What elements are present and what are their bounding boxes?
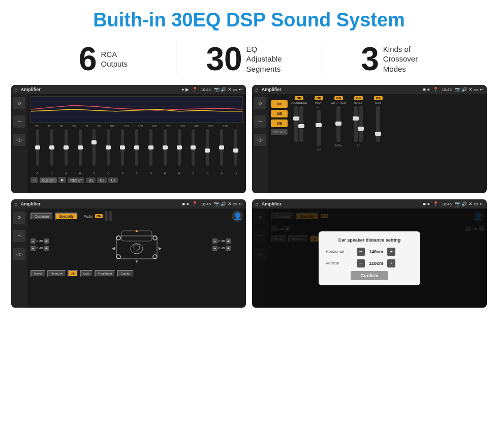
db-minus-tr[interactable]: − — [212, 238, 217, 244]
db-plus-br[interactable]: + — [226, 246, 231, 251]
db-plus-bl[interactable]: + — [44, 246, 49, 251]
db-plus-tl[interactable]: + — [44, 238, 49, 244]
amp-cutfreq-on[interactable]: ON — [334, 96, 343, 100]
amp-loudness-on[interactable]: ON — [295, 96, 303, 100]
stat-number-eq: 30 — [206, 43, 242, 75]
dialog-app-name: Amplifier — [262, 201, 420, 206]
horizontal-plus-btn[interactable]: + — [387, 248, 395, 256]
amp-u3-btn[interactable]: U3 — [271, 120, 288, 127]
amp-cutfreq-slider[interactable] — [336, 106, 340, 142]
stat-rca: 6 RCAOutputs — [30, 43, 176, 75]
cross-tab-common[interactable]: Common — [30, 213, 53, 220]
amp-loudness-slider-2[interactable] — [299, 106, 303, 142]
cross-sidebar-btn-1[interactable]: ⚙ — [13, 212, 25, 224]
eq-slider-15[interactable]: -1 — [234, 129, 237, 175]
amp-bass-on[interactable]: ON — [354, 96, 363, 100]
db-minus-tl[interactable]: − — [30, 238, 36, 244]
vertical-minus-btn[interactable]: − — [357, 259, 365, 267]
amp-sidebar-btn-1[interactable]: ⚙ — [254, 97, 266, 109]
db-val-tl: 0 dB — [37, 240, 43, 243]
svg-point-7 — [134, 244, 140, 250]
amp-loudness-slider-1[interactable] — [294, 106, 298, 142]
amp-phat-val: 3.0 — [317, 148, 321, 151]
db-plus-tr[interactable]: + — [226, 238, 231, 244]
zone-rearright[interactable]: RearRight — [95, 270, 115, 277]
cross-sidebar-btn-2[interactable]: 〜 — [13, 230, 25, 242]
amp-channels: ON LOUDNESS ON PHAT G F — [290, 96, 484, 191]
eq-screen-card: ⌂ Amplifier ● ▶ 📍 10:44 📷 🔊 ✕ ▭ ↩ ⚙ 〜 ◁▷ — [11, 85, 246, 193]
fader-bar-2 — [109, 211, 112, 221]
amp-u2-btn[interactable]: U2 — [271, 110, 288, 117]
eq-slider-6[interactable]: 0 — [107, 129, 110, 175]
amp-phat-slider[interactable] — [317, 110, 321, 146]
eq-play-btn[interactable]: ▶ — [58, 177, 66, 183]
eq-slider-1[interactable]: 0 — [36, 129, 39, 175]
svg-point-6 — [131, 244, 143, 254]
dialog-vertical-stepper: − 110cm + — [357, 259, 395, 267]
eq-slider-10[interactable]: 0 — [164, 129, 167, 175]
db-ctrl-bl: − 0 dB + — [30, 246, 61, 251]
left-db-controls: − 0 dB + − 0 dB + — [30, 238, 61, 251]
home-icon: ⌂ — [14, 86, 18, 93]
dialog-screen-card: ⌂ Amplifier ■ ● 📍 10:46 📷 🔊 ✕ ▭ ↩ ⚙ 〜 ◁▷… — [252, 199, 487, 308]
amp-sidebar-btn-2[interactable]: 〜 — [254, 115, 266, 128]
zone-all[interactable]: All — [68, 270, 78, 277]
eq-slider-14[interactable]: 0 — [220, 129, 223, 175]
eq-reset-btn[interactable]: RESET — [68, 177, 84, 183]
eq-slider-13[interactable]: -1 — [206, 129, 209, 175]
eq-slider-9[interactable]: 0 — [149, 129, 152, 175]
amp-sub-slider[interactable] — [376, 106, 380, 142]
amp-pin-icon: 📍 — [433, 87, 439, 92]
eq-sidebar-btn-3[interactable]: ◁▷ — [13, 134, 25, 146]
zone-user[interactable]: User — [80, 270, 94, 277]
dialog-title: Car speaker distance setting — [326, 237, 413, 243]
confirm-button[interactable]: Confirm — [351, 271, 389, 280]
eq-slider-8[interactable]: 0 — [135, 129, 138, 175]
eq-sidebar-btn-2[interactable]: 〜 — [13, 115, 25, 128]
amp-home-icon: ⌂ — [255, 86, 259, 93]
eq-slider-3[interactable]: 0 — [65, 129, 68, 175]
amp-bass-slider-2[interactable] — [359, 106, 363, 142]
right-db-controls: − 0 dB + − 0 dB + — [212, 238, 243, 251]
zone-copilot[interactable]: Copilot — [117, 270, 134, 277]
zone-rearleft[interactable]: RearLeft — [47, 270, 66, 277]
eq-slider-5[interactable]: 5 — [92, 129, 96, 175]
amp-bass-slider-1[interactable] — [354, 106, 358, 142]
fader-on[interactable]: ON — [95, 214, 103, 218]
cross-tab-specialty[interactable]: Specialty — [55, 213, 77, 220]
amp-sidebar: ⚙ 〜 ◁▷ — [252, 94, 268, 193]
svg-rect-4 — [116, 236, 157, 259]
eq-slider-4[interactable]: 0 — [79, 129, 82, 175]
amp-reset-btn[interactable]: RESET — [271, 129, 288, 135]
amp-icons: 📷 🔊 ✕ ▭ ↩ — [455, 87, 484, 92]
eq-slider-2[interactable]: 0 — [50, 129, 53, 175]
zone-driver[interactable]: Driver — [30, 270, 46, 277]
svg-text:▼: ▼ — [135, 259, 139, 264]
eq-u3-btn[interactable]: U3 — [108, 177, 118, 183]
amp-u1-btn[interactable]: U1 — [271, 100, 288, 108]
horizontal-minus-btn[interactable]: − — [357, 248, 365, 256]
eq-prev-btn[interactable]: ◁ — [30, 177, 38, 183]
eq-slider-11[interactable]: 0 — [178, 129, 181, 175]
eq-u2-btn[interactable]: U2 — [97, 177, 107, 183]
amp-phat-on[interactable]: ON — [315, 96, 323, 100]
cross-sidebar-btn-3[interactable]: ◁▷ — [13, 248, 25, 260]
db-minus-bl[interactable]: − — [30, 246, 36, 251]
amp-phat-name: PHAT — [315, 101, 323, 104]
vertical-plus-btn[interactable]: + — [387, 259, 395, 267]
eq-slider-7[interactable]: 0 — [121, 129, 124, 175]
eq-sliders-area: 0 0 0 0 5 — [30, 129, 243, 175]
eq-slider-12[interactable]: 0 — [192, 129, 195, 175]
db-val-bl: 0 dB — [37, 247, 43, 250]
stat-crossover: 3 Kinds ofCrossover Modes — [322, 43, 468, 75]
eq-custom-btn[interactable]: Custom — [40, 177, 57, 183]
eq-freq-labels: 2532405063 80100125160200 25032040050063… — [30, 125, 243, 128]
amp-sub-on[interactable]: ON — [374, 96, 383, 100]
page-title: Buith-in 30EQ DSP Sound System — [0, 0, 498, 36]
db-ctrl-tl: − 0 dB + — [30, 238, 61, 244]
db-minus-br[interactable]: − — [212, 246, 217, 251]
eq-sidebar-btn-1[interactable]: ⚙ — [13, 97, 25, 109]
amp-sidebar-btn-3[interactable]: ◁▷ — [254, 134, 266, 146]
dialog-horizontal-stepper: − 140cm + — [357, 248, 395, 256]
eq-u1-btn[interactable]: U1 — [86, 177, 96, 183]
